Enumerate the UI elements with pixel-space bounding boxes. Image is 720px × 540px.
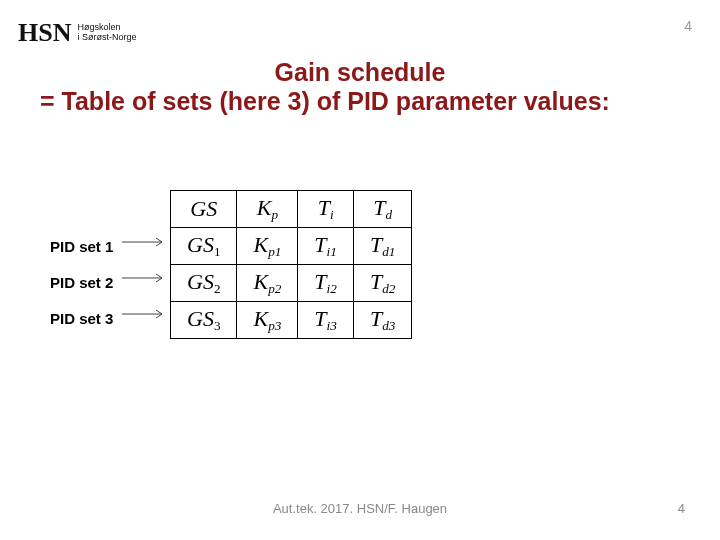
row-label-2: PID set 2 bbox=[50, 264, 113, 300]
row-label-1: PID set 1 bbox=[50, 228, 113, 264]
logo-text: Høgskolen i Sørøst-Norge bbox=[77, 23, 136, 43]
title-line2: = Table of sets (here 3) of PID paramete… bbox=[40, 87, 680, 116]
table-row: GS1 Kp1 Ti1 Td1 bbox=[171, 227, 412, 264]
arrow-icon-3 bbox=[122, 308, 170, 320]
cell-ti1: Ti1 bbox=[298, 227, 354, 264]
row-label-3: PID set 3 bbox=[50, 300, 113, 336]
title-block: Gain schedule = Table of sets (here 3) o… bbox=[40, 58, 680, 116]
footer-text: Aut.tek. 2017. HSN/F. Haugen bbox=[0, 501, 720, 516]
cell-td3: Td3 bbox=[353, 301, 411, 338]
parameter-table-wrap: GS Kp Ti Td GS1 Kp1 Ti1 Td1 GS2 Kp2 Ti2 … bbox=[170, 190, 412, 339]
logo: HSN Høgskolen i Sørøst-Norge bbox=[18, 18, 136, 48]
logo-line2: i Sørøst-Norge bbox=[77, 32, 136, 42]
cell-td1: Td1 bbox=[353, 227, 411, 264]
cell-gs3: GS3 bbox=[171, 301, 237, 338]
arrow-icon-1 bbox=[122, 236, 170, 248]
hdr-td: Td bbox=[353, 191, 411, 228]
title-line1: Gain schedule bbox=[40, 58, 680, 87]
cell-gs1: GS1 bbox=[171, 227, 237, 264]
cell-td2: Td2 bbox=[353, 264, 411, 301]
table-row: GS2 Kp2 Ti2 Td2 bbox=[171, 264, 412, 301]
row-labels: PID set 1 PID set 2 PID set 3 bbox=[50, 228, 113, 336]
cell-ti2: Ti2 bbox=[298, 264, 354, 301]
arrow-icon-2 bbox=[122, 272, 170, 284]
table-row: GS3 Kp3 Ti3 Td3 bbox=[171, 301, 412, 338]
hdr-ti: Ti bbox=[298, 191, 354, 228]
logo-line1: Høgskolen bbox=[77, 22, 120, 32]
hdr-gs: GS bbox=[171, 191, 237, 228]
table-header-row: GS Kp Ti Td bbox=[171, 191, 412, 228]
cell-gs2: GS2 bbox=[171, 264, 237, 301]
page-number-bottom: 4 bbox=[678, 501, 685, 516]
logo-mark: HSN bbox=[18, 18, 71, 48]
cell-kp3: Kp3 bbox=[237, 301, 298, 338]
slide: HSN Høgskolen i Sørøst-Norge 4 Gain sche… bbox=[0, 0, 720, 540]
page-number-top: 4 bbox=[684, 18, 692, 34]
hdr-kp: Kp bbox=[237, 191, 298, 228]
cell-kp1: Kp1 bbox=[237, 227, 298, 264]
cell-ti3: Ti3 bbox=[298, 301, 354, 338]
parameter-table: GS Kp Ti Td GS1 Kp1 Ti1 Td1 GS2 Kp2 Ti2 … bbox=[170, 190, 412, 339]
cell-kp2: Kp2 bbox=[237, 264, 298, 301]
